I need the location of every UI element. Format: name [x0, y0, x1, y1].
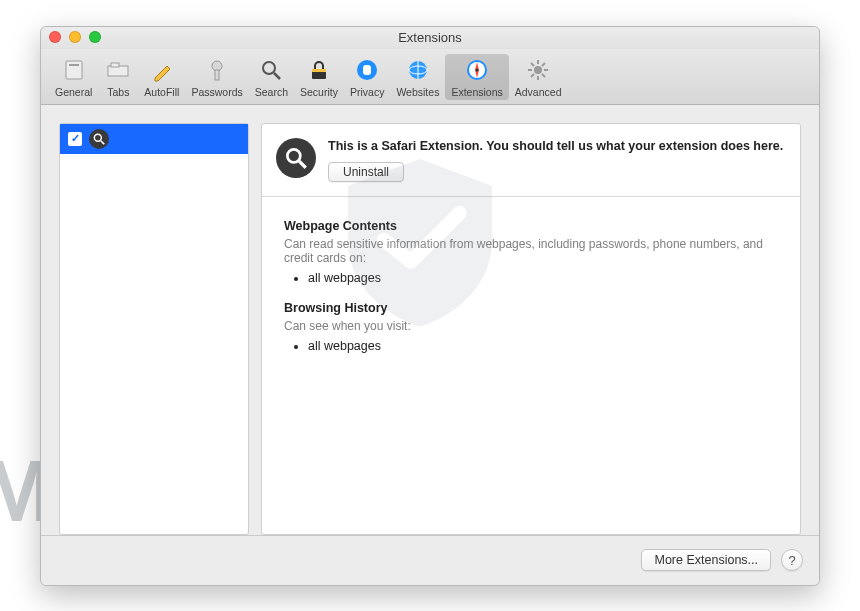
tab-label: Search: [255, 86, 288, 98]
svg-point-6: [263, 62, 275, 74]
webpage-contents-title: Webpage Contents: [284, 219, 778, 233]
extension-enable-checkbox[interactable]: ✓: [68, 132, 82, 146]
tab-label: AutoFill: [144, 86, 179, 98]
titlebar: Extensions: [41, 27, 819, 49]
footer: More Extensions... ?: [41, 535, 819, 585]
svg-line-24: [542, 74, 545, 77]
extension-header: This is a Safari Extension. You should t…: [262, 124, 800, 198]
window-title: Extensions: [41, 30, 819, 45]
svg-line-28: [101, 140, 105, 144]
tab-security[interactable]: Security: [294, 54, 344, 100]
browsing-history-title: Browsing History: [284, 301, 778, 315]
svg-rect-5: [215, 70, 219, 80]
more-extensions-button[interactable]: More Extensions...: [641, 549, 771, 571]
uninstall-button[interactable]: Uninstall: [328, 162, 404, 182]
tab-autofill[interactable]: AutoFill: [138, 54, 185, 100]
search-icon: [257, 56, 285, 84]
extension-item-icon: [89, 129, 109, 149]
extension-header-text: This is a Safari Extension. You should t…: [328, 138, 783, 183]
extension-permissions: Webpage Contents Can read sensitive info…: [262, 197, 800, 391]
extension-large-icon: [276, 138, 316, 178]
passwords-icon: [203, 56, 231, 84]
extension-list-item[interactable]: ✓: [60, 124, 248, 154]
tab-websites[interactable]: Websites: [390, 54, 445, 100]
svg-line-23: [531, 63, 534, 66]
browsing-history-desc: Can see when you visit:: [284, 319, 778, 333]
svg-point-27: [94, 134, 101, 141]
extensions-sidebar: ✓: [59, 123, 249, 535]
security-icon: [305, 56, 333, 84]
general-icon: [60, 56, 88, 84]
websites-icon: [404, 56, 432, 84]
tab-label: Security: [300, 86, 338, 98]
autofill-icon: [148, 56, 176, 84]
webpage-contents-bullet: all webpages: [308, 271, 778, 285]
help-button[interactable]: ?: [781, 549, 803, 571]
tab-label: Advanced: [515, 86, 562, 98]
svg-rect-3: [111, 63, 119, 67]
webpage-contents-desc: Can read sensitive information from webp…: [284, 237, 778, 265]
extension-detail-panel: This is a Safari Extension. You should t…: [261, 123, 801, 535]
tab-privacy[interactable]: Privacy: [344, 54, 390, 100]
tab-label: General: [55, 86, 92, 98]
svg-point-17: [476, 68, 479, 71]
tab-passwords[interactable]: Passwords: [185, 54, 248, 100]
svg-rect-11: [363, 65, 371, 75]
content-area: ✓ This is a Safari Extension. You should…: [41, 105, 819, 535]
svg-point-18: [534, 66, 542, 74]
tab-extensions[interactable]: Extensions: [445, 54, 508, 100]
svg-line-7: [274, 73, 280, 79]
svg-rect-9: [312, 69, 326, 72]
tab-advanced[interactable]: Advanced: [509, 54, 568, 100]
tab-label: Tabs: [107, 86, 129, 98]
tab-general[interactable]: General: [49, 54, 98, 100]
svg-rect-1: [69, 64, 79, 66]
svg-line-30: [299, 161, 306, 168]
tab-search[interactable]: Search: [249, 54, 294, 100]
preferences-toolbar: General Tabs AutoFill Passwords Search: [41, 49, 819, 105]
tab-label: Extensions: [451, 86, 502, 98]
tab-tabs[interactable]: Tabs: [98, 54, 138, 100]
tab-label: Websites: [396, 86, 439, 98]
tabs-icon: [104, 56, 132, 84]
preferences-window: Extensions General Tabs AutoFill Passwor…: [40, 26, 820, 586]
extension-description: This is a Safari Extension. You should t…: [328, 138, 783, 155]
tab-label: Passwords: [191, 86, 242, 98]
privacy-icon: [353, 56, 381, 84]
extensions-icon: [463, 56, 491, 84]
tab-label: Privacy: [350, 86, 384, 98]
svg-line-26: [542, 63, 545, 66]
svg-rect-0: [66, 61, 82, 79]
svg-point-29: [287, 149, 300, 162]
advanced-icon: [524, 56, 552, 84]
browsing-history-bullet: all webpages: [308, 339, 778, 353]
svg-line-25: [531, 74, 534, 77]
